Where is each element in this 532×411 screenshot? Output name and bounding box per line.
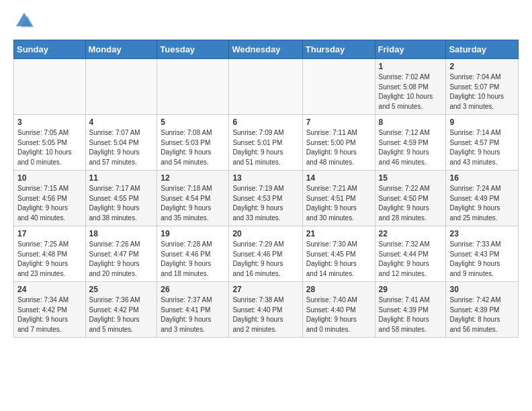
day-number: 27 bbox=[232, 285, 298, 294]
day-number: 23 bbox=[449, 229, 515, 238]
day-info: Sunrise: 7:38 AM Sunset: 4:40 PM Dayligh… bbox=[232, 295, 298, 334]
day-number: 1 bbox=[379, 62, 443, 71]
calendar-cell: 25Sunrise: 7:36 AM Sunset: 4:42 PM Dayli… bbox=[85, 282, 157, 338]
page: SundayMondayTuesdayWednesdayThursdayFrid… bbox=[0, 0, 532, 348]
day-info: Sunrise: 7:02 AM Sunset: 5:08 PM Dayligh… bbox=[379, 73, 443, 111]
day-number: 9 bbox=[449, 118, 515, 127]
day-number: 21 bbox=[306, 229, 371, 238]
day-info: Sunrise: 7:29 AM Sunset: 4:46 PM Dayligh… bbox=[232, 240, 298, 279]
day-info: Sunrise: 7:41 AM Sunset: 4:39 PM Dayligh… bbox=[379, 295, 443, 334]
calendar-cell: 7Sunrise: 7:11 AM Sunset: 5:00 PM Daylig… bbox=[302, 115, 375, 171]
calendar-cell bbox=[85, 59, 157, 115]
calendar-cell: 29Sunrise: 7:41 AM Sunset: 4:39 PM Dayli… bbox=[375, 282, 446, 338]
day-number: 12 bbox=[161, 173, 225, 183]
calendar-cell: 16Sunrise: 7:24 AM Sunset: 4:49 PM Dayli… bbox=[446, 171, 519, 226]
calendar-cell: 9Sunrise: 7:14 AM Sunset: 4:57 PM Daylig… bbox=[446, 115, 519, 171]
calendar-cell: 4Sunrise: 7:07 AM Sunset: 5:04 PM Daylig… bbox=[85, 115, 157, 171]
day-number: 7 bbox=[306, 118, 371, 127]
day-info: Sunrise: 7:30 AM Sunset: 4:45 PM Dayligh… bbox=[306, 240, 371, 279]
day-info: Sunrise: 7:21 AM Sunset: 4:51 PM Dayligh… bbox=[306, 184, 371, 223]
day-number: 5 bbox=[161, 118, 225, 127]
day-number: 10 bbox=[17, 173, 82, 183]
calendar-week: 10Sunrise: 7:15 AM Sunset: 4:56 PM Dayli… bbox=[14, 171, 519, 226]
weekday-header: Thursday bbox=[302, 40, 375, 59]
calendar-cell: 27Sunrise: 7:38 AM Sunset: 4:40 PM Dayli… bbox=[229, 282, 302, 338]
day-info: Sunrise: 7:17 AM Sunset: 4:55 PM Dayligh… bbox=[89, 184, 154, 223]
day-info: Sunrise: 7:07 AM Sunset: 5:04 PM Dayligh… bbox=[89, 128, 154, 167]
day-number: 16 bbox=[449, 173, 515, 183]
day-number: 13 bbox=[232, 173, 298, 183]
day-number: 26 bbox=[161, 285, 225, 294]
calendar-cell: 30Sunrise: 7:42 AM Sunset: 4:39 PM Dayli… bbox=[446, 282, 519, 338]
calendar-cell: 24Sunrise: 7:34 AM Sunset: 4:42 PM Dayli… bbox=[14, 282, 86, 338]
calendar-cell: 5Sunrise: 7:08 AM Sunset: 5:03 PM Daylig… bbox=[157, 115, 229, 171]
day-info: Sunrise: 7:34 AM Sunset: 4:42 PM Dayligh… bbox=[17, 295, 82, 334]
calendar-cell: 1Sunrise: 7:02 AM Sunset: 5:08 PM Daylig… bbox=[375, 59, 446, 115]
day-number: 28 bbox=[306, 285, 371, 294]
day-number: 25 bbox=[89, 285, 154, 294]
day-number: 3 bbox=[17, 118, 82, 127]
logo-icon bbox=[13, 10, 35, 32]
calendar-header: SundayMondayTuesdayWednesdayThursdayFrid… bbox=[14, 40, 519, 59]
calendar-cell bbox=[14, 59, 86, 115]
calendar-cell: 21Sunrise: 7:30 AM Sunset: 4:45 PM Dayli… bbox=[302, 226, 375, 282]
calendar-cell: 20Sunrise: 7:29 AM Sunset: 4:46 PM Dayli… bbox=[229, 226, 302, 282]
calendar-cell: 14Sunrise: 7:21 AM Sunset: 4:51 PM Dayli… bbox=[302, 171, 375, 226]
day-info: Sunrise: 7:11 AM Sunset: 5:00 PM Dayligh… bbox=[306, 128, 371, 167]
weekday-row: SundayMondayTuesdayWednesdayThursdayFrid… bbox=[14, 40, 519, 59]
day-number: 17 bbox=[17, 229, 82, 238]
weekday-header: Tuesday bbox=[157, 40, 229, 59]
day-info: Sunrise: 7:09 AM Sunset: 5:01 PM Dayligh… bbox=[232, 128, 298, 167]
header bbox=[13, 10, 519, 32]
calendar-cell: 12Sunrise: 7:18 AM Sunset: 4:54 PM Dayli… bbox=[157, 171, 229, 226]
day-info: Sunrise: 7:19 AM Sunset: 4:53 PM Dayligh… bbox=[232, 184, 298, 223]
day-info: Sunrise: 7:26 AM Sunset: 4:47 PM Dayligh… bbox=[89, 240, 154, 279]
day-number: 19 bbox=[161, 229, 225, 238]
weekday-header: Saturday bbox=[446, 40, 519, 59]
calendar-cell: 18Sunrise: 7:26 AM Sunset: 4:47 PM Dayli… bbox=[85, 226, 157, 282]
day-number: 24 bbox=[17, 285, 82, 294]
day-info: Sunrise: 7:08 AM Sunset: 5:03 PM Dayligh… bbox=[161, 128, 225, 167]
day-number: 20 bbox=[232, 229, 298, 238]
weekday-header: Wednesday bbox=[229, 40, 302, 59]
calendar-cell: 3Sunrise: 7:05 AM Sunset: 5:05 PM Daylig… bbox=[14, 115, 86, 171]
calendar-week: 24Sunrise: 7:34 AM Sunset: 4:42 PM Dayli… bbox=[14, 282, 519, 338]
day-info: Sunrise: 7:42 AM Sunset: 4:39 PM Dayligh… bbox=[449, 295, 515, 334]
calendar-cell: 19Sunrise: 7:28 AM Sunset: 4:46 PM Dayli… bbox=[157, 226, 229, 282]
day-number: 22 bbox=[379, 229, 443, 238]
calendar-week: 3Sunrise: 7:05 AM Sunset: 5:05 PM Daylig… bbox=[14, 115, 519, 171]
day-number: 14 bbox=[306, 173, 371, 183]
day-number: 8 bbox=[379, 118, 443, 127]
calendar-cell bbox=[302, 59, 375, 115]
calendar-cell: 10Sunrise: 7:15 AM Sunset: 4:56 PM Dayli… bbox=[14, 171, 86, 226]
calendar-cell: 15Sunrise: 7:22 AM Sunset: 4:50 PM Dayli… bbox=[375, 171, 446, 226]
day-info: Sunrise: 7:12 AM Sunset: 4:59 PM Dayligh… bbox=[379, 128, 443, 167]
weekday-header: Sunday bbox=[14, 40, 86, 59]
day-info: Sunrise: 7:25 AM Sunset: 4:48 PM Dayligh… bbox=[17, 240, 82, 279]
day-info: Sunrise: 7:36 AM Sunset: 4:42 PM Dayligh… bbox=[89, 295, 154, 334]
calendar-cell bbox=[157, 59, 229, 115]
day-info: Sunrise: 7:40 AM Sunset: 4:40 PM Dayligh… bbox=[306, 295, 371, 334]
calendar-cell: 2Sunrise: 7:04 AM Sunset: 5:07 PM Daylig… bbox=[446, 59, 519, 115]
logo bbox=[13, 10, 38, 32]
calendar-cell: 11Sunrise: 7:17 AM Sunset: 4:55 PM Dayli… bbox=[85, 171, 157, 226]
day-info: Sunrise: 7:18 AM Sunset: 4:54 PM Dayligh… bbox=[161, 184, 225, 223]
day-info: Sunrise: 7:15 AM Sunset: 4:56 PM Dayligh… bbox=[17, 184, 82, 223]
calendar: SundayMondayTuesdayWednesdayThursdayFrid… bbox=[13, 40, 519, 338]
day-number: 4 bbox=[89, 118, 154, 127]
day-info: Sunrise: 7:33 AM Sunset: 4:43 PM Dayligh… bbox=[449, 240, 515, 279]
day-info: Sunrise: 7:24 AM Sunset: 4:49 PM Dayligh… bbox=[449, 184, 515, 223]
day-info: Sunrise: 7:22 AM Sunset: 4:50 PM Dayligh… bbox=[379, 184, 443, 223]
calendar-cell: 17Sunrise: 7:25 AM Sunset: 4:48 PM Dayli… bbox=[14, 226, 86, 282]
day-info: Sunrise: 7:28 AM Sunset: 4:46 PM Dayligh… bbox=[161, 240, 225, 279]
calendar-cell: 8Sunrise: 7:12 AM Sunset: 4:59 PM Daylig… bbox=[375, 115, 446, 171]
weekday-header: Monday bbox=[85, 40, 157, 59]
day-info: Sunrise: 7:05 AM Sunset: 5:05 PM Dayligh… bbox=[17, 128, 82, 167]
day-number: 2 bbox=[449, 62, 515, 71]
day-info: Sunrise: 7:37 AM Sunset: 4:41 PM Dayligh… bbox=[161, 295, 225, 334]
calendar-cell: 23Sunrise: 7:33 AM Sunset: 4:43 PM Dayli… bbox=[446, 226, 519, 282]
day-info: Sunrise: 7:04 AM Sunset: 5:07 PM Dayligh… bbox=[449, 73, 515, 111]
calendar-week: 1Sunrise: 7:02 AM Sunset: 5:08 PM Daylig… bbox=[14, 59, 519, 115]
calendar-week: 17Sunrise: 7:25 AM Sunset: 4:48 PM Dayli… bbox=[14, 226, 519, 282]
day-number: 15 bbox=[379, 173, 443, 183]
